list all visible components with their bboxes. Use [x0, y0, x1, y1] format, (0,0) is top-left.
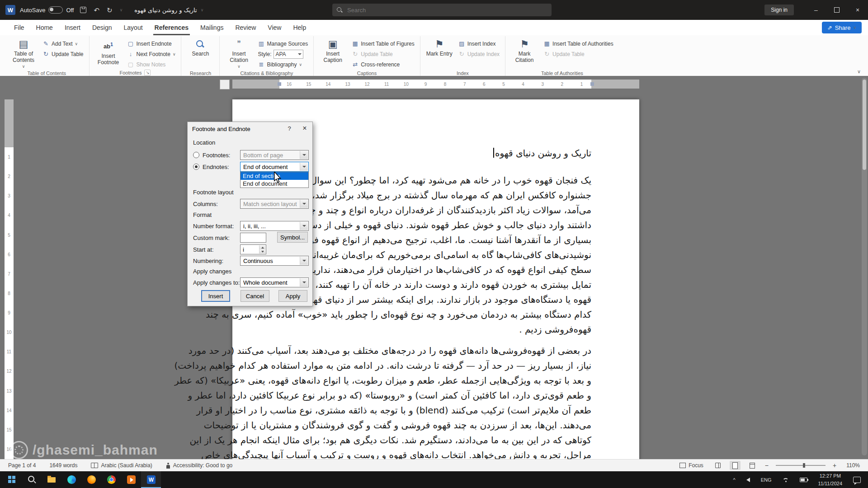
symbol-button[interactable]: Symbol... — [277, 232, 308, 243]
print-layout-button[interactable] — [730, 461, 741, 470]
dropdown-option-end-of-section[interactable]: End of section — [241, 172, 308, 180]
custom-mark-input[interactable] — [240, 233, 266, 243]
stepper-down-icon[interactable] — [259, 249, 265, 253]
accessibility-checker[interactable]: Accessibility: Good to go — [163, 462, 235, 469]
add-text-button[interactable]: ✎ Add Text ∨ — [42, 39, 85, 48]
text-line[interactable]: طعم آن ملایم‌تر است) ترکیب می‌کنند (blen… — [279, 403, 591, 418]
input-language[interactable]: ENG — [758, 477, 774, 483]
media-app-icon[interactable] — [121, 471, 141, 488]
menu-tab-references[interactable]: References — [149, 20, 195, 35]
undo-icon[interactable]: ↶ — [94, 7, 99, 14]
insert-button[interactable]: Insert — [201, 290, 230, 302]
word-count[interactable]: 1649 words — [47, 462, 80, 469]
document-heading[interactable]: تاریک و روشن دنیای قهوه — [279, 146, 591, 161]
minimize-button[interactable]: – — [806, 0, 826, 20]
insert-index-button[interactable]: ▨ Insert Index — [458, 39, 500, 48]
apply-changes-to-select[interactable]: Whole document — [240, 277, 309, 287]
text-line[interactable]: می‌آمد، سوالات زیاد اکثر بازدیدکنندگان ا… — [279, 203, 591, 218]
number-format-select[interactable]: i, ii, iii, ... — [240, 221, 309, 231]
start-button[interactable] — [2, 471, 22, 488]
insert-endnote-button[interactable]: ▢ Insert Endnote — [127, 39, 177, 48]
update-table-button[interactable]: ↻ Update Table — [42, 50, 85, 58]
autosave-toggle[interactable] — [48, 6, 63, 14]
collapse-ribbon-chevron-icon[interactable]: ∨ — [854, 68, 863, 75]
endnotes-location-select[interactable]: End of document — [240, 162, 309, 172]
read-mode-button[interactable] — [712, 461, 723, 470]
firefox-icon[interactable] — [81, 471, 101, 488]
text-line[interactable]: داشتند وارد دنیای جالب و خوش عطر قهوه شو… — [279, 218, 591, 233]
text-line[interactable]: کدام دستگاه بیشتر به دردمان می‌خورد و چه… — [279, 307, 591, 322]
cross-reference-button[interactable]: ⇄ Cross-reference — [351, 60, 415, 69]
text-line[interactable]: کوتاهی که در این بین به ما می‌دادند، دست… — [279, 433, 591, 448]
text-line[interactable]: تمایل بیشتری به خوردن قهوه دارند و دوست … — [279, 277, 591, 292]
edge-icon[interactable] — [61, 471, 81, 488]
text-line[interactable]: نیاز، از بسیار ریز — در حد آرد — گرفته ت… — [279, 358, 591, 373]
insert-caption-button[interactable]: ▣ Insert Caption — [318, 38, 347, 69]
document-title[interactable]: تاریک و روشن دنیای قهوه ∨ — [134, 7, 203, 14]
zoom-in-button[interactable]: + — [832, 462, 837, 469]
menu-tab-layout[interactable]: Layout — [118, 20, 149, 35]
text-line[interactable]: می‌دهند. این‌ها، بعد از سرزدن به چند قهو… — [279, 418, 591, 433]
hidden-icons-chevron-icon[interactable]: ^ — [731, 477, 738, 483]
text-line[interactable]: یک فنجان قهوه خوب را در خانه هم می‌شود ت… — [279, 173, 591, 188]
menu-tab-help[interactable]: Help — [287, 20, 312, 35]
insert-table-of-figures-button[interactable]: ▦ Insert Table of Figures — [351, 39, 415, 48]
dialog-title-bar[interactable]: Footnote and Endnote ? × — [188, 122, 312, 136]
text-line[interactable]: سطح کیفی انواع قهوه که در کافی‌شاپ‌ها در… — [279, 263, 591, 277]
text-line[interactable]: قهوه یا دستگاه‌های موجود در بازار ندارند… — [279, 292, 591, 307]
menu-tab-insert[interactable]: Insert — [59, 20, 86, 35]
autosave-control[interactable]: AutoSave Off — [20, 6, 74, 14]
menu-tab-home[interactable]: Home — [30, 20, 59, 35]
focus-mode-button[interactable]: Focus — [677, 462, 706, 469]
dialog-help-button[interactable]: ? — [282, 122, 297, 135]
dropdown-option-end-of-document[interactable]: End of document — [241, 180, 308, 188]
chrome-icon[interactable] — [101, 471, 121, 488]
indent-marker[interactable] — [278, 82, 281, 86]
wifi-icon[interactable] — [780, 477, 792, 483]
endnotes-radio[interactable] — [193, 164, 199, 170]
next-footnote-button[interactable]: ↓ Next Footnote ∨ — [127, 50, 177, 58]
close-button[interactable]: × — [847, 0, 868, 20]
tab-stop-selector[interactable] — [220, 80, 230, 89]
clock[interactable]: 12:27 PM 11/11/2024 — [816, 473, 845, 487]
indent-marker[interactable] — [590, 82, 594, 86]
speaker-icon[interactable] — [744, 477, 753, 483]
footnotes-dialog-launcher-icon[interactable]: ↘ — [144, 70, 151, 76]
text-line[interactable]: بسیاری از ما آنقدرها آشنا نیست. ما، اغلب… — [279, 233, 591, 248]
battery-icon[interactable] — [797, 477, 810, 483]
stepper-up-icon[interactable] — [259, 245, 265, 249]
menu-tab-design[interactable]: Design — [86, 20, 118, 35]
text-line[interactable]: مراحل، تجربه و دانش می‌خواهد. انتخاب دان… — [279, 448, 591, 459]
text-line[interactable]: و طعم قوی‌تری دارد، اما کافئین آن کمتر ا… — [279, 388, 591, 403]
zoom-slider-thumb[interactable] — [803, 463, 805, 468]
zoom-level[interactable]: 110% — [844, 462, 863, 469]
maximize-button[interactable] — [826, 0, 847, 20]
save-icon[interactable] — [80, 7, 86, 13]
zoom-out-button[interactable]: − — [764, 462, 769, 469]
insert-footnote-button[interactable]: ab1 Insert Footnote — [94, 38, 123, 69]
start-at-stepper[interactable]: i — [240, 244, 266, 254]
bibliography-button[interactable]: ≣ Bibliography ∨ — [257, 60, 309, 69]
insert-citation-button[interactable]: ” Insert Citation ∨ — [224, 38, 253, 69]
document-text-area[interactable]: تاریک و روشن دنیای قهوه یک فنجان قهوه خو… — [279, 146, 591, 459]
menu-tab-mailings[interactable]: Mailings — [194, 20, 229, 35]
menu-tab-view[interactable]: View — [262, 20, 287, 35]
footnotes-radio[interactable] — [193, 152, 199, 158]
vertical-scrollbar[interactable] — [862, 78, 867, 455]
search-input[interactable] — [346, 6, 547, 14]
text-line[interactable]: در بعضی از قهوه‌فروشی‌ها دانه‌های قهوه ر… — [279, 343, 591, 358]
text-line[interactable]: نوشیدنی‌های کافی‌شاپ‌ها گاه به اسامی‌ای … — [279, 248, 591, 263]
text-line[interactable]: جشنواره کافکس ایران هم که مهرماه سال گذش… — [279, 188, 591, 203]
scrollbar-thumb[interactable] — [863, 80, 866, 170]
customize-qat-chevron-icon[interactable]: ∨ — [120, 8, 123, 12]
menu-tab-review[interactable]: Review — [229, 20, 262, 35]
text-line[interactable]: و بعد با توجه به ویژگی‌هایی ازجمله عطر، … — [279, 373, 591, 388]
citation-style-select[interactable]: APA — [274, 50, 303, 59]
mark-entry-button[interactable]: ⚑ Mark Entry — [425, 38, 454, 69]
text-line[interactable]: قهوه‌فروشی زدیم . — [279, 322, 591, 337]
file-explorer-icon[interactable] — [42, 471, 61, 488]
taskbar-search-icon[interactable] — [22, 471, 42, 488]
apply-button[interactable]: Apply — [278, 290, 307, 302]
insert-table-of-authorities-button[interactable]: ▦ Insert Table of Authorities — [542, 39, 614, 48]
share-button[interactable]: ⇗ Share ∨ — [822, 22, 862, 33]
